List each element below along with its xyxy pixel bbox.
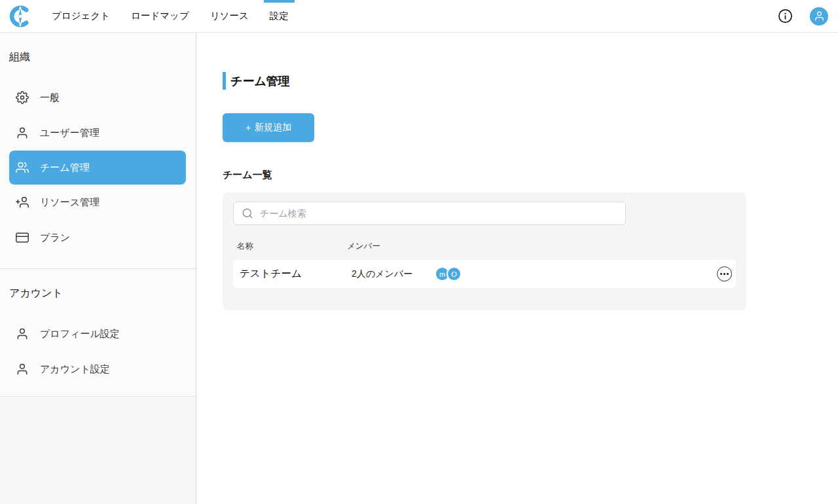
table-row[interactable]: テストチーム 2人のメンバー m O — [233, 260, 736, 288]
main-nav: プロジェクト ロードマップ リソース 設定 — [46, 0, 304, 33]
table-header: 名称 メンバー — [233, 241, 736, 252]
sidebar-item-profile-settings[interactable]: プロフィール設定 — [9, 316, 186, 351]
search-icon — [242, 207, 253, 219]
team-search-box — [233, 202, 626, 225]
sidebar-item-resource-management[interactable]: リソース管理 — [9, 185, 186, 220]
user-icon — [16, 126, 29, 139]
main-content: チーム管理 + 新規追加 チーム一覧 名称 メンバー テストチーム 2人のメンバ… — [196, 33, 838, 504]
tab-resources[interactable]: リソース — [204, 0, 255, 33]
sidebar-divider — [0, 268, 196, 269]
top-navigation: プロジェクト ロードマップ リソース 設定 — [0, 0, 838, 33]
sidebar-item-plan[interactable]: プラン — [9, 220, 186, 255]
settings-sidebar: 組織 一般 ユーザー管理 — [0, 33, 196, 504]
sidebar-item-label: チーム管理 — [40, 162, 90, 174]
page-title: チーム管理 — [230, 73, 290, 89]
sidebar-item-label: アカウント設定 — [40, 363, 110, 376]
sidebar-item-label: ユーザー管理 — [40, 127, 100, 139]
sidebar-item-label: プラン — [40, 232, 70, 244]
users-icon — [16, 161, 29, 174]
add-button-label: 新規追加 — [255, 122, 291, 134]
sidebar-item-account-settings[interactable]: アカウント設定 — [9, 351, 186, 387]
member-avatar: O — [446, 266, 462, 281]
user-icon — [16, 327, 29, 340]
credit-card-icon — [16, 231, 29, 244]
team-members-cell: 2人のメンバー — [352, 268, 435, 280]
sidebar-footer — [0, 397, 196, 504]
tab-projects[interactable]: プロジェクト — [46, 0, 116, 33]
team-list-card: 名称 メンバー テストチーム 2人のメンバー m O — [223, 192, 746, 310]
compass-logo-icon[interactable] — [9, 5, 32, 28]
sidebar-item-team-management[interactable]: チーム管理 — [9, 151, 186, 185]
team-name-cell: テストチーム — [240, 267, 352, 281]
column-header-members: メンバー — [347, 241, 380, 252]
gear-icon — [16, 91, 29, 104]
info-icon[interactable] — [777, 9, 793, 24]
more-options-icon[interactable] — [717, 266, 732, 281]
sidebar-item-label: プロフィール設定 — [40, 328, 120, 340]
sidebar-item-label: 一般 — [40, 92, 60, 104]
tab-settings[interactable]: 設定 — [264, 0, 295, 33]
sidebar-item-general[interactable]: 一般 — [9, 80, 186, 115]
column-header-name: 名称 — [237, 241, 347, 252]
member-avatars: m O — [435, 266, 462, 281]
sidebar-item-label: リソース管理 — [40, 196, 100, 209]
user-icon — [16, 363, 29, 376]
team-search-input[interactable] — [260, 208, 617, 219]
sidebar-section-organization: 組織 — [0, 50, 196, 64]
title-accent-bar — [223, 72, 226, 90]
sidebar-section-account: アカウント — [0, 286, 196, 300]
user-avatar-icon[interactable] — [810, 7, 828, 26]
plus-icon: + — [246, 122, 251, 133]
sidebar-item-user-management[interactable]: ユーザー管理 — [9, 115, 186, 151]
tab-roadmap[interactable]: ロードマップ — [125, 0, 195, 33]
team-list-title: チーム一覧 — [223, 169, 838, 181]
user-plus-icon — [16, 196, 29, 209]
add-new-team-button[interactable]: + 新規追加 — [223, 113, 314, 142]
